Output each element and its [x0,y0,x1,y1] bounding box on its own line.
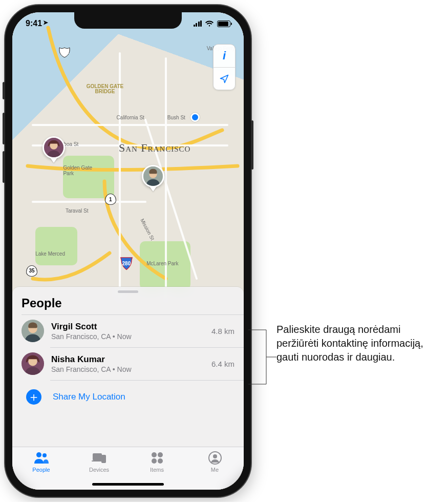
svg-point-14 [158,452,163,457]
friend-pin-nisha[interactable] [42,136,65,159]
tab-me[interactable]: Me [186,447,244,490]
items-icon [151,451,164,465]
svg-point-8 [36,452,41,457]
notch [74,12,182,29]
map-label-bush: Bush St [167,115,185,120]
map-controls: i [213,44,236,90]
person-distance: 4.8 km [211,327,234,335]
tab-label: People [32,467,50,473]
wifi-icon [205,20,214,27]
map-label-mclaren: McLaren Park [146,261,178,266]
side-volume-up [3,113,5,144]
side-mute-switch [3,82,5,99]
route-shield-ca1: 1 [105,194,116,205]
map-label-ggp: Golden Gate Park [63,165,92,176]
route-shield-i280: 280 [119,256,134,271]
tab-people[interactable]: People [12,447,70,490]
plus-icon: ＋ [26,389,41,405]
status-time: 9:41 [26,19,42,28]
person-sub: San Francisco, CA • Now [51,332,204,341]
people-list: Virgil Scott San Francisco, CA • Now 4.8… [12,314,244,410]
me-icon [208,451,222,465]
svg-point-9 [42,453,47,457]
svg-point-18 [213,454,217,458]
avatar [22,320,44,342]
svg-point-16 [158,458,163,464]
map-label-california: California St [116,115,144,120]
screen: 9:41 ➤ [12,12,244,490]
iphone-frame: 9:41 ➤ [5,5,251,497]
svg-rect-12 [101,455,106,463]
person-distance: 6.4 km [211,360,234,368]
map-info-button[interactable]: i [214,45,235,67]
sheet-grabber[interactable] [118,290,138,293]
route-shield-ca35: 35 [26,265,37,277]
tab-label: Devices [89,467,109,473]
side-volume-down [3,151,5,183]
home-indicator[interactable] [92,483,164,486]
current-location-dot[interactable] [190,113,200,122]
svg-point-13 [152,452,157,457]
svg-point-15 [152,458,157,464]
tab-label: Items [150,467,164,473]
person-name: Virgil Scott [51,322,204,332]
location-arrow-icon [219,74,229,84]
people-icon [33,451,50,465]
map-label-taraval: Taraval St [66,208,88,214]
location-services-icon: ➤ [43,19,48,26]
map-label-ggb: GOLDEN GATE BRIDGE [87,84,124,95]
sheet-title: People [12,295,244,314]
map-track-button[interactable] [214,67,235,90]
callout-leader-line [248,327,276,388]
callout-text: Palieskite draugą norėdami peržiūrėti ko… [276,324,423,363]
svg-rect-10 [93,453,102,460]
devices-icon [92,451,107,465]
tab-label: Me [211,467,219,473]
route-shield-us101: 101 [58,46,71,58]
person-sub: San Francisco, CA • Now [51,365,204,373]
map-city-label: San Francisco [119,141,191,155]
person-row-virgil[interactable]: Virgil Scott San Francisco, CA • Now 4.8… [12,314,244,347]
help-callout: Palieskite draugą norėdami peržiūrėti ko… [276,323,440,497]
person-row-nisha[interactable]: Nisha Kumar San Francisco, CA • Now 6.4 … [12,347,244,380]
svg-rect-11 [92,460,103,461]
cellular-signal-icon [194,20,202,27]
share-label: Share My Location [53,392,234,402]
friend-pin-virgil[interactable] [142,165,164,187]
side-power-button [251,120,253,170]
share-my-location-row[interactable]: ＋ Share My Location [12,380,244,410]
map-label-lake: Lake Merced [35,251,65,257]
person-name: Nisha Kumar [51,354,204,365]
avatar [22,352,44,375]
battery-icon [217,20,230,27]
